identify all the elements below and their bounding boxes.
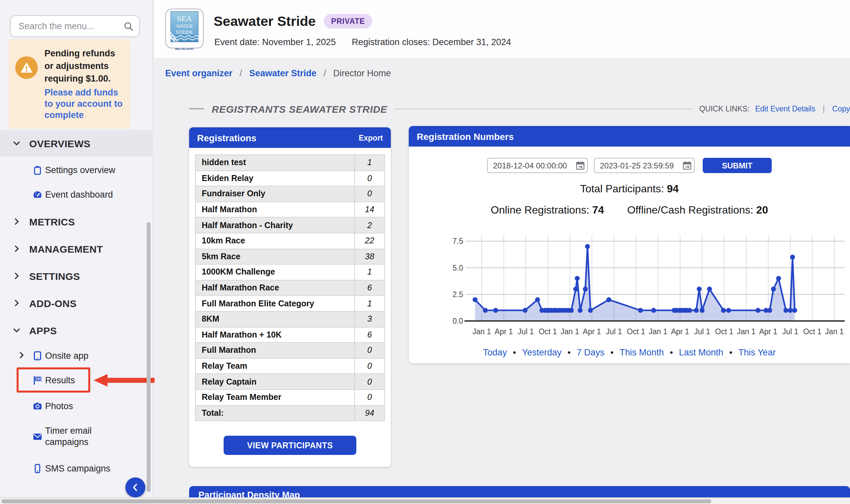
sidebar-section-metrics[interactable]: METRICS	[0, 212, 153, 231]
offline-registrations-value: 20	[756, 204, 768, 216]
svg-text:Jul 1: Jul 1	[782, 327, 799, 336]
event-logo: SEA WATER STRIDE Bay city series	[165, 8, 204, 49]
section-dash	[189, 108, 204, 109]
table-row: Total:94	[195, 405, 385, 421]
warning-icon	[15, 56, 38, 79]
date-from-input[interactable]	[487, 158, 588, 173]
breadcrumb-event-organizer[interactable]: Event organizer	[165, 68, 233, 78]
sidebar-item-event-dashboard[interactable]: Event dashboard	[0, 186, 153, 203]
envelope-icon	[33, 431, 42, 441]
calendar-icon[interactable]	[682, 161, 692, 170]
chevron-down-icon	[12, 139, 21, 148]
chevron-right-icon	[12, 299, 21, 308]
sidebar-collapse-button[interactable]	[125, 478, 145, 497]
event-name-cell: Half Marathon + 10K	[195, 327, 355, 343]
svg-text:Jul 1: Jul 1	[606, 327, 622, 336]
registrations-panel: Registrations Export hidden test1Ekiden …	[189, 127, 391, 467]
table-row: 1000KM Challenge1	[195, 264, 385, 280]
svg-text:Apr 1: Apr 1	[583, 327, 601, 336]
submit-button[interactable]: SUBMIT	[703, 158, 772, 173]
registrations-title: Registrations	[197, 132, 256, 143]
director-home-page: Pending refunds or adjustments requiring…	[0, 0, 850, 504]
range-link-yesterday[interactable]: Yesterday	[522, 347, 561, 357]
export-link[interactable]: Export	[359, 133, 383, 142]
edit-event-details-link[interactable]: Edit Event Details	[755, 105, 815, 113]
chevron-down-icon	[12, 326, 21, 335]
table-row: Half Marathon - Charity2	[195, 217, 385, 233]
table-row: Relay Captain0	[195, 374, 385, 390]
date-to-input[interactable]	[594, 158, 695, 173]
copy-event-link[interactable]: Copy	[832, 105, 850, 113]
table-row: Fundraiser Only0	[195, 186, 385, 202]
annotation-highlight-box	[17, 367, 90, 393]
svg-text:WATER: WATER	[176, 23, 193, 29]
table-row: 8KM3	[195, 311, 385, 327]
sidebar-item-onsite-app[interactable]: Onsite app	[0, 347, 153, 364]
registration-numbers-panel: Registration Numbers SUBMIT Total Partic…	[409, 126, 850, 363]
table-row: Full Marathon Elite Category1	[195, 296, 385, 311]
section-title: REGISTRANTS SEAWATER STRIDE	[212, 103, 387, 114]
sidebar-item-sms-campaigns[interactable]: SMS campaigns	[0, 460, 153, 477]
svg-text:Apr 1: Apr 1	[495, 327, 513, 336]
svg-text:Jan 1: Jan 1	[561, 327, 579, 336]
horizontal-scrollbar-thumb[interactable]	[1, 499, 711, 503]
sidebar-item-settings-overview[interactable]: Settings overview	[0, 161, 153, 178]
svg-text:Oct 1: Oct 1	[627, 327, 645, 336]
count-cell: 1	[355, 155, 385, 170]
horizontal-scrollbar[interactable]	[0, 497, 850, 504]
event-name-cell: Half Marathon - Charity	[195, 217, 355, 233]
event-name-cell: Ekiden Relay	[195, 170, 355, 186]
breadcrumb-seawater-stride[interactable]: Seawater Stride	[249, 68, 317, 78]
range-link-last-month[interactable]: Last Month	[679, 347, 724, 357]
registration-closes-text: Registration closes: December 31, 2024	[352, 37, 511, 47]
date-range-links: Today•Yesterday•7 Days•This Month•Last M…	[409, 347, 850, 357]
table-row: hidden test1	[195, 155, 385, 170]
sidebar-item-timer-email-campaigns[interactable]: Timer email campaigns	[0, 425, 153, 448]
event-header: SEA WATER STRIDE Bay city series Seawate…	[154, 0, 850, 59]
range-link-today[interactable]: Today	[483, 347, 507, 357]
breadcrumb: Event organizer / Seawater Stride / Dire…	[165, 68, 391, 78]
event-name-cell: Full Marathon Elite Category	[195, 296, 355, 311]
sidebar-section-overviews[interactable]: OVERVIEWS	[0, 130, 153, 157]
sidebar-section-settings[interactable]: SETTINGS	[0, 267, 153, 285]
table-row: Full Marathon0	[195, 343, 385, 358]
sidebar-label-timer-email: Timer email campaigns	[45, 425, 125, 448]
svg-text:Jul 1: Jul 1	[694, 327, 710, 336]
event-name-cell: 5km Race	[195, 249, 355, 264]
range-link-this-month[interactable]: This Month	[619, 347, 664, 357]
svg-text:7.5: 7.5	[453, 237, 463, 245]
calendar-icon[interactable]	[575, 161, 585, 170]
view-participants-button[interactable]: VIEW PARTICIPANTS	[224, 436, 356, 455]
sidebar-label-photos: Photos	[45, 400, 73, 412]
gauge-icon	[33, 189, 42, 199]
sidebar-label-event-dashboard: Event dashboard	[45, 189, 113, 200]
sidebar-section-apps[interactable]: APPS	[0, 321, 153, 340]
sidebar-scrollbar[interactable]	[147, 222, 150, 492]
annotation-arrow	[93, 372, 155, 389]
online-registrations-value: 74	[592, 204, 604, 216]
count-cell: 0	[355, 374, 385, 390]
count-cell: 1	[355, 264, 385, 280]
sidebar-item-photos[interactable]: Photos	[0, 397, 153, 414]
range-link-this-year[interactable]: This Year	[739, 347, 776, 357]
sidebar-label-sms: SMS campaigns	[45, 463, 110, 474]
add-funds-link[interactable]: Please add funds to your account to comp…	[45, 87, 123, 121]
registration-numbers-title: Registration Numbers	[417, 131, 514, 142]
range-link-7-days[interactable]: 7 Days	[577, 347, 604, 357]
count-cell: 94	[355, 405, 385, 421]
event-name-cell: Relay Captain	[195, 374, 355, 390]
event-name-cell: Relay Team	[195, 358, 355, 374]
chevron-right-icon	[17, 351, 26, 359]
chevron-right-icon	[12, 271, 21, 281]
search-input[interactable]	[10, 15, 140, 37]
svg-text:Jan 1: Jan 1	[649, 327, 667, 336]
sidebar-label-onsite-app: Onsite app	[45, 350, 89, 361]
section-divider	[394, 108, 692, 109]
count-cell: 0	[355, 358, 385, 374]
alert-text: Pending refunds or adjustments requiring…	[45, 49, 115, 84]
sidebar-section-addons[interactable]: ADD-ONS	[0, 294, 153, 312]
svg-text:Apr 1: Apr 1	[759, 327, 777, 336]
sidebar-section-management[interactable]: MANAGEMENT	[0, 239, 153, 258]
search-icon	[123, 21, 134, 32]
count-cell: 38	[355, 249, 385, 264]
